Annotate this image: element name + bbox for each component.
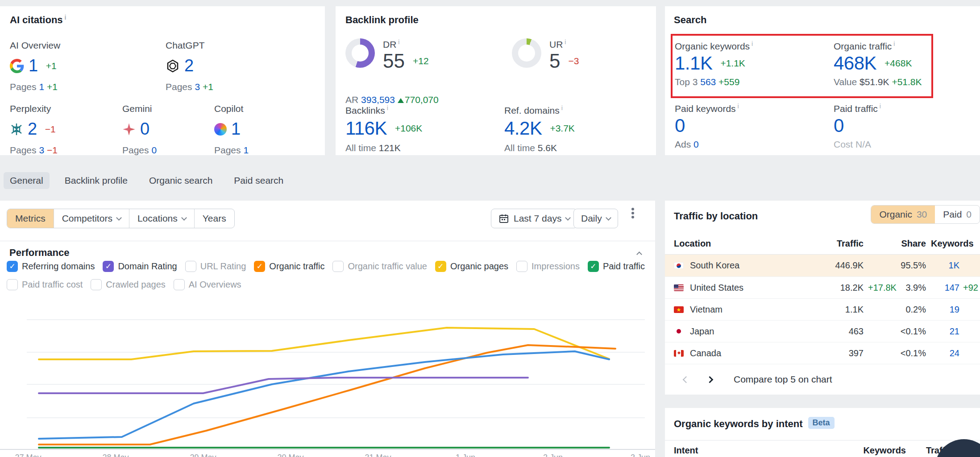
locations-dropdown[interactable]: Locations [129, 209, 195, 228]
table-row-united-states[interactable]: United States 18.2K +17.8K 3.9% 147 +92 [665, 276, 980, 298]
svg-text:31 May: 31 May [365, 453, 391, 457]
provider-label: AI Overview [10, 40, 60, 51]
dr-delta: +12 [413, 56, 429, 66]
provider-gemini: Gemini 0 Pages 0 [122, 103, 157, 156]
location-pagination: Compare top 5 on chart [665, 364, 980, 395]
chevron-down-icon [181, 215, 187, 221]
tab-backlink-profile[interactable]: Backlink profile [58, 172, 134, 189]
provider-ai-overview: AI Overview 1 +1 Pages 1 +1 [10, 40, 60, 92]
provider-delta: +1 [46, 61, 57, 71]
ur-block: UR 5 −3 [549, 39, 579, 72]
checkbox-paid-traffic[interactable]: Paid traffic [588, 261, 645, 272]
backlinks-block: Backlinks 116K +106K All time 121K [345, 105, 422, 153]
checkbox-impressions[interactable]: Impressions [516, 261, 580, 272]
info-icon[interactable] [561, 104, 563, 111]
metrics-button[interactable]: Metrics [7, 209, 54, 228]
gemini-icon [122, 123, 136, 136]
provider-value[interactable]: 2 [28, 119, 37, 139]
next-page-icon[interactable] [706, 376, 714, 383]
col-keywords[interactable]: Keywords [931, 239, 974, 249]
years-button[interactable]: Years [195, 209, 234, 228]
col-location[interactable]: Location [674, 239, 711, 249]
search-card: Search Organic keywords 1.1K +1.1K Top 3… [665, 6, 980, 155]
provider-perplexity: Perplexity 2 −1 Pages 3 −1 [10, 103, 58, 156]
provider-label: Gemini [122, 103, 157, 114]
info-icon[interactable] [893, 40, 895, 47]
location-table-header: Location Traffic Share Keywords [665, 233, 980, 255]
search-title: Search [674, 14, 706, 26]
info-icon[interactable] [387, 104, 388, 111]
table-row-vietnam[interactable]: Vietnam 1.1K 0.2% 19 [665, 298, 980, 320]
col-traffic[interactable]: Traffic [799, 239, 864, 249]
flag-canada-icon [674, 350, 684, 357]
tab-general[interactable]: General [4, 172, 50, 189]
ur-label: UR [549, 39, 563, 49]
provider-value[interactable]: 1 [231, 119, 241, 139]
checkbox-domain-rating[interactable]: Domain Rating [103, 261, 177, 272]
provider-pages: Pages 3 −1 [10, 145, 58, 156]
checkbox-icon [103, 261, 114, 272]
backlink-profile-title: Backlink profile [345, 14, 419, 26]
collapse-chevron-icon[interactable] [636, 251, 642, 257]
info-icon[interactable] [565, 38, 566, 45]
info-icon[interactable] [752, 40, 753, 47]
table-row-japan[interactable]: Japan 463 <0.1% 21 [665, 320, 980, 342]
prev-page-icon[interactable] [683, 376, 690, 383]
info-icon[interactable] [880, 103, 881, 110]
info-icon[interactable] [65, 14, 66, 21]
checkbox-crawled-pages[interactable]: Crawled pages [91, 279, 165, 290]
toggle-organic[interactable]: Organic30 [871, 206, 935, 223]
table-row-south-korea[interactable]: South Korea 446.9K 95.5% 1K [665, 255, 980, 276]
toggle-paid[interactable]: Paid0 [935, 206, 980, 223]
tab-organic-search[interactable]: Organic search [143, 172, 219, 189]
paid-keywords-value[interactable]: 0 [675, 115, 685, 136]
svg-text:3 Jun: 3 Jun [631, 453, 650, 457]
dr-block: DR 55 +12 [383, 39, 429, 72]
info-icon[interactable] [398, 38, 399, 45]
checkbox-url-rating[interactable]: URL Rating [185, 261, 246, 272]
ur-value: 5 [549, 50, 560, 72]
paid-traffic-block: Paid traffic 0 Cost N/A [834, 103, 881, 150]
checkbox-icon [435, 261, 446, 272]
provider-value[interactable]: 2 [184, 56, 194, 75]
checkbox-referring-domains[interactable]: Referring domains [7, 261, 95, 272]
checkbox-organic-traffic-value[interactable]: Organic traffic value [332, 261, 427, 272]
tab-paid-search[interactable]: Paid search [228, 172, 290, 189]
ref-domains-value[interactable]: 4.2K [504, 118, 542, 139]
flag-south-korea-icon [674, 262, 684, 269]
location-table: Location Traffic Share Keywords South Ko… [665, 233, 980, 364]
chevron-down-icon [116, 215, 122, 221]
provider-value[interactable]: 1 [29, 56, 38, 75]
filters-toolbar: Metrics Competitors Locations Years [7, 209, 235, 228]
granularity-dropdown[interactable]: Daily [573, 209, 618, 228]
metric-checkbox-list: Referring domains Domain Rating URL Rati… [7, 261, 652, 290]
provider-pages: Pages 0 [122, 145, 157, 156]
checkbox-icon [91, 279, 102, 290]
table-row-canada[interactable]: Canada 397 <0.1% 24 [665, 342, 980, 364]
date-range-dropdown[interactable]: Last 7 days [491, 209, 577, 228]
svg-text:30 May: 30 May [277, 453, 303, 457]
checkbox-ai-overviews[interactable]: AI Overviews [174, 279, 241, 290]
checkbox-icon [254, 261, 265, 272]
compare-top5-link[interactable]: Compare top 5 on chart [734, 374, 832, 385]
paid-traffic-value: 0 [834, 115, 844, 136]
competitors-dropdown[interactable]: Competitors [54, 209, 129, 228]
provider-value[interactable]: 0 [140, 119, 149, 139]
col-intent[interactable]: Intent [674, 445, 698, 456]
more-options-kebab-icon[interactable] [631, 208, 634, 210]
ur-donut [512, 38, 541, 68]
organic-keywords-value[interactable]: 1.1K [675, 53, 712, 74]
checkbox-organic-traffic[interactable]: Organic traffic [254, 261, 324, 272]
provider-pages: Pages 1 +1 [10, 82, 60, 92]
checkbox-organic-pages[interactable]: Organic pages [435, 261, 508, 272]
flag-japan-icon [674, 328, 684, 335]
checkbox-paid-traffic-cost[interactable]: Paid traffic cost [7, 279, 83, 290]
checkbox-icon [7, 261, 18, 272]
svg-text:1 Jun: 1 Jun [456, 453, 475, 457]
col-keywords[interactable]: Keywords [852, 445, 906, 456]
col-share[interactable]: Share [886, 239, 926, 249]
info-icon[interactable] [738, 103, 739, 110]
backlinks-value[interactable]: 116K [345, 118, 387, 139]
organic-traffic-value[interactable]: 468K [834, 53, 876, 74]
performance-line-chart[interactable]: 27 May28 May29 May30 May31 May1 Jun2 Jun… [0, 303, 655, 457]
